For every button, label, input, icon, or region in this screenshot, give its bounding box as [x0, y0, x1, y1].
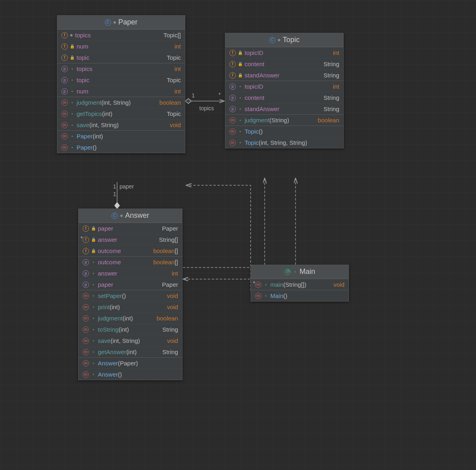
public-icon: ▪ [70, 123, 74, 127]
method-icon: m [83, 349, 89, 355]
field-type: Paper [162, 225, 178, 232]
public-icon: ▪ [91, 361, 95, 365]
methods-section: m▪setPaper()void m▪print(int)void m▪judg… [79, 290, 182, 357]
public-icon: ▪ [91, 316, 95, 320]
property-icon: p [229, 106, 236, 112]
method-return: void [333, 281, 344, 288]
class-header-paper: C Paper [57, 16, 185, 29]
method-params: (int) [126, 348, 137, 355]
public-icon: ▪ [91, 373, 95, 377]
method-return: boolean [157, 315, 178, 322]
public-icon: ▪ [70, 89, 74, 93]
field-row: f🔒numint [57, 41, 185, 52]
field-row: f🔒standAnswerString [225, 70, 343, 81]
ctors-section: m▪Topic() m▪Topic(int, String, String) [225, 126, 343, 148]
static-tag-icon: ⟡ [253, 280, 255, 284]
field-row: f🔒topicIDint [225, 47, 343, 59]
field-type: int [333, 49, 339, 56]
property-icon: p [83, 270, 89, 277]
method-row: m▪print(int)void [79, 302, 182, 313]
method-row: m▪toString(int)String [79, 324, 182, 335]
rel-label-topics: topics [199, 105, 214, 111]
public-icon: ▪ [70, 101, 74, 105]
rel-mult-1-left: 1 [192, 92, 195, 99]
public-icon: ▪ [70, 134, 74, 138]
ctor-params: () [118, 371, 122, 378]
class-header-answer: C Answer [79, 209, 182, 223]
lock-icon: 🔒 [91, 249, 95, 253]
method-row: m▪judgment(int)boolean [79, 313, 182, 324]
method-name: save [77, 122, 89, 128]
field-icon: f [229, 72, 236, 79]
method-icon: m [83, 360, 89, 367]
method-row: m▪judgment(int, String)boolean [57, 97, 185, 108]
method-name: print [98, 304, 109, 310]
method-row: m▪save(int, String)void [79, 335, 182, 346]
property-icon: p [83, 282, 89, 288]
lock-icon: 🔒 [238, 62, 242, 66]
ctor-params: () [93, 144, 97, 151]
method-row: m▪save(int, String)void [57, 120, 185, 130]
field-icon: f [61, 55, 68, 61]
public-icon: ▪ [91, 350, 95, 354]
prop-type: String [324, 105, 339, 112]
public-icon: ▪ [70, 78, 74, 82]
method-row: m▪getTopics(int)Topic [57, 108, 185, 120]
prop-name: topic [77, 77, 89, 83]
method-row: m⟡▪main(String[])void [251, 279, 348, 290]
public-icon: ▪ [238, 96, 242, 100]
method-params: (int, String) [89, 122, 119, 128]
method-icon: m⟡ [255, 282, 261, 288]
methods-section: m⟡▪main(String[])void [251, 279, 348, 290]
method-icon: m [229, 117, 236, 124]
prop-row: p▪outcomeboolean[] [79, 257, 182, 268]
method-params: (String[]) [284, 281, 307, 288]
public-icon: ▪ [91, 260, 95, 264]
method-params: (int) [123, 315, 133, 322]
method-icon: m [83, 304, 89, 310]
method-icon: m [61, 111, 68, 117]
public-icon: ▪ [91, 294, 95, 298]
field-row: f🔒paperPaper [79, 223, 182, 234]
methods-section: m▪judgment(String)boolean [225, 114, 343, 126]
ctor-row: m▪Answer() [79, 369, 182, 380]
class-paper[interactable]: C Paper ftopicsTopic[] f🔒numint f🔒topicT… [57, 15, 185, 153]
prop-row: p▪topicsint [57, 63, 185, 75]
method-return: String [162, 348, 178, 355]
method-icon: m [229, 128, 236, 135]
method-row: m▪judgment(String)boolean [225, 115, 343, 126]
method-params: () [122, 292, 126, 299]
ctor-row: m▪Paper(int) [57, 131, 185, 142]
method-icon: m [61, 99, 68, 106]
public-icon: ▪ [238, 118, 242, 122]
class-header-topic: C Topic [225, 33, 343, 47]
class-name: Main [300, 267, 315, 276]
property-icon: p [229, 83, 236, 90]
public-icon: ▪ [91, 271, 95, 276]
rel-mult-1-top: 1 [113, 183, 116, 190]
property-icon: p [229, 95, 236, 101]
prop-name: paper [98, 281, 113, 288]
prop-row: p▪topicTopic [57, 75, 185, 86]
prop-name: topicID [245, 83, 263, 90]
ctor-name: Topic [245, 128, 259, 135]
class-main[interactable]: C ▪ Main m⟡▪main(String[])void m▪Main() [251, 265, 349, 302]
prop-row: p▪contentString [225, 92, 343, 103]
property-icon: p [83, 259, 89, 265]
ctors-section: m▪Main() [251, 290, 348, 301]
field-row: ftopicsTopic[] [57, 30, 185, 41]
field-name: outcome [98, 247, 121, 254]
ctor-row: m▪Answer(Paper) [79, 358, 182, 369]
method-icon: m [83, 293, 89, 299]
ctor-params: (int) [93, 133, 103, 140]
method-row: m▪setPaper()void [79, 290, 182, 302]
public-icon: ▪ [91, 283, 95, 287]
class-answer[interactable]: C Answer f🔒paperPaper f⟡🔒answerString[] … [78, 209, 182, 380]
ctor-name: Paper [77, 133, 93, 140]
class-icon: C [111, 213, 118, 219]
field-name: standAnswer [245, 72, 280, 79]
field-type: String [324, 72, 339, 79]
lock-icon: 🔒 [238, 73, 242, 77]
class-topic[interactable]: C Topic f🔒topicIDint f🔒contentString f🔒s… [225, 33, 344, 148]
method-params: (int, String) [111, 337, 140, 344]
